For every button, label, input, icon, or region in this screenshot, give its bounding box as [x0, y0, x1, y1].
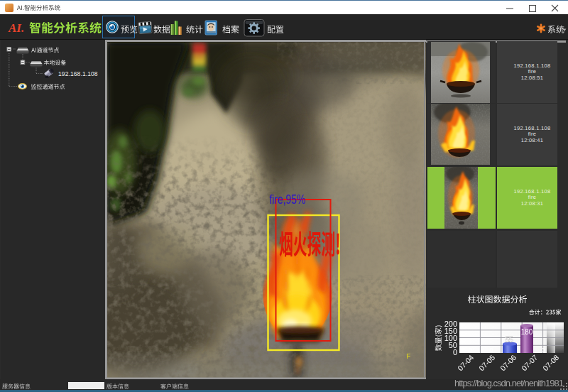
- svg-text:07-04: 07-04: [456, 353, 476, 373]
- svg-text:AI.: AI.: [8, 21, 24, 35]
- svg-text:F: F: [406, 352, 411, 361]
- svg-text:55: 55: [505, 336, 513, 344]
- svg-text:07-08: 07-08: [541, 353, 561, 373]
- svg-text:0: 0: [453, 348, 457, 356]
- svg-text:180: 180: [521, 328, 533, 336]
- svg-text:fire,95%: fire,95%: [270, 193, 306, 207]
- svg-text:07-07: 07-07: [520, 353, 540, 373]
- svg-text:07-05: 07-05: [477, 353, 497, 373]
- svg-text:192.168.1.108: 192.168.1.108: [58, 70, 98, 77]
- svg-text:07-06: 07-06: [498, 353, 518, 373]
- svg-text:https://blog.csdn.net/nenith19: https://blog.csdn.net/nenith1981: [454, 378, 564, 388]
- svg-text:0: 0: [541, 347, 545, 354]
